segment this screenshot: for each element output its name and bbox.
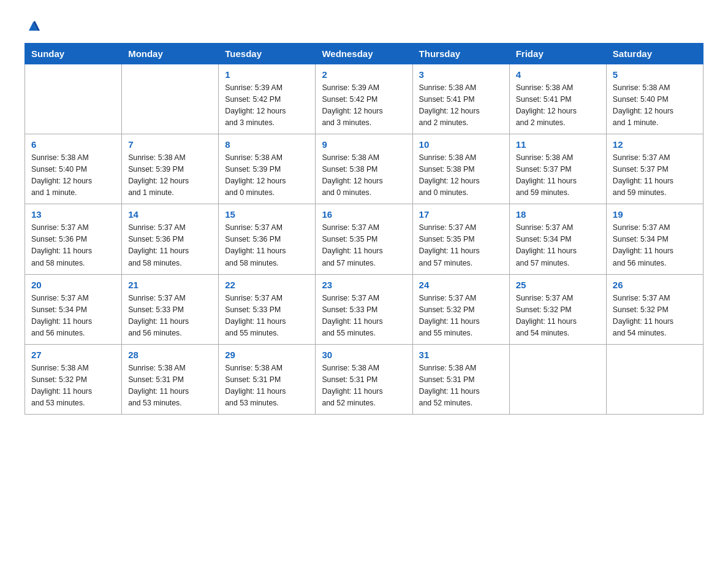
- table-row: 18Sunrise: 5:37 AMSunset: 5:34 PMDayligh…: [509, 204, 606, 274]
- day-info: Sunrise: 5:38 AMSunset: 5:31 PMDaylight:…: [225, 362, 309, 409]
- table-row: 16Sunrise: 5:37 AMSunset: 5:35 PMDayligh…: [316, 204, 412, 274]
- day-info: Sunrise: 5:38 AMSunset: 5:41 PMDaylight:…: [419, 82, 503, 129]
- calendar-week-row: 27Sunrise: 5:38 AMSunset: 5:32 PMDayligh…: [25, 344, 703, 414]
- table-row: [122, 64, 219, 134]
- calendar-body: 1Sunrise: 5:39 AMSunset: 5:42 PMDaylight…: [25, 64, 703, 415]
- day-info: Sunrise: 5:38 AMSunset: 5:38 PMDaylight:…: [322, 152, 406, 199]
- day-info: Sunrise: 5:38 AMSunset: 5:40 PMDaylight:…: [613, 82, 697, 129]
- table-row: 21Sunrise: 5:37 AMSunset: 5:33 PMDayligh…: [122, 274, 219, 344]
- col-friday: Friday: [509, 44, 606, 64]
- day-number: 28: [128, 350, 212, 360]
- day-number: 4: [516, 69, 600, 80]
- table-row: 31Sunrise: 5:38 AMSunset: 5:31 PMDayligh…: [412, 344, 509, 414]
- day-number: 9: [322, 139, 406, 150]
- table-row: 20Sunrise: 5:37 AMSunset: 5:34 PMDayligh…: [25, 274, 122, 344]
- day-info: Sunrise: 5:38 AMSunset: 5:37 PMDaylight:…: [516, 152, 600, 199]
- table-row: 11Sunrise: 5:38 AMSunset: 5:37 PMDayligh…: [509, 134, 606, 204]
- day-number: 22: [225, 280, 309, 290]
- col-saturday: Saturday: [606, 44, 703, 64]
- table-row: 14Sunrise: 5:37 AMSunset: 5:36 PMDayligh…: [122, 204, 219, 274]
- header-row: Sunday Monday Tuesday Wednesday Thursday…: [25, 44, 703, 64]
- table-row: 3Sunrise: 5:38 AMSunset: 5:41 PMDaylight…: [412, 64, 509, 134]
- table-row: 12Sunrise: 5:37 AMSunset: 5:37 PMDayligh…: [606, 134, 703, 204]
- day-info: Sunrise: 5:37 AMSunset: 5:33 PMDaylight:…: [225, 293, 309, 339]
- table-row: 15Sunrise: 5:37 AMSunset: 5:36 PMDayligh…: [219, 204, 316, 274]
- table-row: 6Sunrise: 5:38 AMSunset: 5:40 PMDaylight…: [25, 134, 122, 204]
- table-row: 29Sunrise: 5:38 AMSunset: 5:31 PMDayligh…: [219, 344, 316, 414]
- day-info: Sunrise: 5:39 AMSunset: 5:42 PMDaylight:…: [225, 82, 309, 129]
- day-number: 5: [613, 69, 697, 80]
- table-row: 8Sunrise: 5:38 AMSunset: 5:39 PMDaylight…: [219, 134, 316, 204]
- day-number: 23: [322, 280, 406, 290]
- day-info: Sunrise: 5:37 AMSunset: 5:33 PMDaylight:…: [128, 293, 212, 339]
- day-info: Sunrise: 5:37 AMSunset: 5:35 PMDaylight:…: [419, 222, 503, 269]
- day-number: 26: [613, 280, 697, 290]
- table-row: 1Sunrise: 5:39 AMSunset: 5:42 PMDaylight…: [219, 64, 316, 134]
- day-info: Sunrise: 5:38 AMSunset: 5:38 PMDaylight:…: [419, 152, 503, 199]
- col-wednesday: Wednesday: [316, 44, 412, 64]
- calendar-header: Sunday Monday Tuesday Wednesday Thursday…: [25, 44, 703, 64]
- day-number: 18: [516, 209, 600, 220]
- day-number: 14: [128, 209, 212, 220]
- table-row: 26Sunrise: 5:37 AMSunset: 5:32 PMDayligh…: [606, 274, 703, 344]
- col-thursday: Thursday: [412, 44, 509, 64]
- page-header: [25, 18, 703, 33]
- table-row: 22Sunrise: 5:37 AMSunset: 5:33 PMDayligh…: [219, 274, 316, 344]
- table-row: 25Sunrise: 5:37 AMSunset: 5:32 PMDayligh…: [509, 274, 606, 344]
- calendar-week-row: 6Sunrise: 5:38 AMSunset: 5:40 PMDaylight…: [25, 134, 703, 204]
- day-info: Sunrise: 5:37 AMSunset: 5:35 PMDaylight:…: [322, 222, 406, 269]
- day-number: 17: [419, 209, 503, 220]
- day-info: Sunrise: 5:38 AMSunset: 5:31 PMDaylight:…: [419, 362, 503, 409]
- day-number: 6: [31, 139, 115, 150]
- day-info: Sunrise: 5:38 AMSunset: 5:40 PMDaylight:…: [31, 152, 115, 199]
- day-number: 21: [128, 280, 212, 290]
- day-number: 3: [419, 69, 503, 80]
- col-monday: Monday: [122, 44, 219, 64]
- day-number: 2: [322, 69, 406, 80]
- table-row: [25, 64, 122, 134]
- day-info: Sunrise: 5:37 AMSunset: 5:36 PMDaylight:…: [225, 222, 309, 269]
- day-info: Sunrise: 5:38 AMSunset: 5:39 PMDaylight:…: [225, 152, 309, 199]
- day-info: Sunrise: 5:38 AMSunset: 5:41 PMDaylight:…: [516, 82, 600, 129]
- day-number: 13: [31, 209, 115, 220]
- table-row: 4Sunrise: 5:38 AMSunset: 5:41 PMDaylight…: [509, 64, 606, 134]
- day-info: Sunrise: 5:38 AMSunset: 5:39 PMDaylight:…: [128, 152, 212, 199]
- day-info: Sunrise: 5:38 AMSunset: 5:31 PMDaylight:…: [322, 362, 406, 409]
- day-number: 1: [225, 69, 309, 80]
- day-info: Sunrise: 5:37 AMSunset: 5:32 PMDaylight:…: [516, 293, 600, 339]
- day-info: Sunrise: 5:39 AMSunset: 5:42 PMDaylight:…: [322, 82, 406, 129]
- calendar-week-row: 20Sunrise: 5:37 AMSunset: 5:34 PMDayligh…: [25, 274, 703, 344]
- table-row: 9Sunrise: 5:38 AMSunset: 5:38 PMDaylight…: [316, 134, 412, 204]
- day-number: 11: [516, 139, 600, 150]
- table-row: 10Sunrise: 5:38 AMSunset: 5:38 PMDayligh…: [412, 134, 509, 204]
- day-info: Sunrise: 5:37 AMSunset: 5:33 PMDaylight:…: [322, 293, 406, 339]
- day-number: 29: [225, 350, 309, 360]
- day-info: Sunrise: 5:37 AMSunset: 5:36 PMDaylight:…: [128, 222, 212, 269]
- day-number: 16: [322, 209, 406, 220]
- table-row: 27Sunrise: 5:38 AMSunset: 5:32 PMDayligh…: [25, 344, 122, 414]
- day-number: 27: [31, 350, 115, 360]
- day-number: 7: [128, 139, 212, 150]
- day-number: 30: [322, 350, 406, 360]
- col-sunday: Sunday: [25, 44, 122, 64]
- day-info: Sunrise: 5:37 AMSunset: 5:34 PMDaylight:…: [516, 222, 600, 269]
- day-number: 25: [516, 280, 600, 290]
- calendar-table: Sunday Monday Tuesday Wednesday Thursday…: [25, 43, 703, 415]
- calendar-week-row: 13Sunrise: 5:37 AMSunset: 5:36 PMDayligh…: [25, 204, 703, 274]
- day-info: Sunrise: 5:37 AMSunset: 5:37 PMDaylight:…: [613, 152, 697, 199]
- table-row: 19Sunrise: 5:37 AMSunset: 5:34 PMDayligh…: [606, 204, 703, 274]
- col-tuesday: Tuesday: [219, 44, 316, 64]
- table-row: 7Sunrise: 5:38 AMSunset: 5:39 PMDaylight…: [122, 134, 219, 204]
- day-info: Sunrise: 5:37 AMSunset: 5:36 PMDaylight:…: [31, 222, 115, 269]
- logo-triangle-icon: [26, 20, 40, 33]
- calendar-week-row: 1Sunrise: 5:39 AMSunset: 5:42 PMDaylight…: [25, 64, 703, 134]
- table-row: 17Sunrise: 5:37 AMSunset: 5:35 PMDayligh…: [412, 204, 509, 274]
- day-info: Sunrise: 5:38 AMSunset: 5:32 PMDaylight:…: [31, 362, 115, 409]
- table-row: 23Sunrise: 5:37 AMSunset: 5:33 PMDayligh…: [316, 274, 412, 344]
- table-row: [509, 344, 606, 414]
- table-row: 2Sunrise: 5:39 AMSunset: 5:42 PMDaylight…: [316, 64, 412, 134]
- table-row: 13Sunrise: 5:37 AMSunset: 5:36 PMDayligh…: [25, 204, 122, 274]
- day-number: 31: [419, 350, 503, 360]
- day-info: Sunrise: 5:37 AMSunset: 5:34 PMDaylight:…: [31, 293, 115, 339]
- day-number: 12: [613, 139, 697, 150]
